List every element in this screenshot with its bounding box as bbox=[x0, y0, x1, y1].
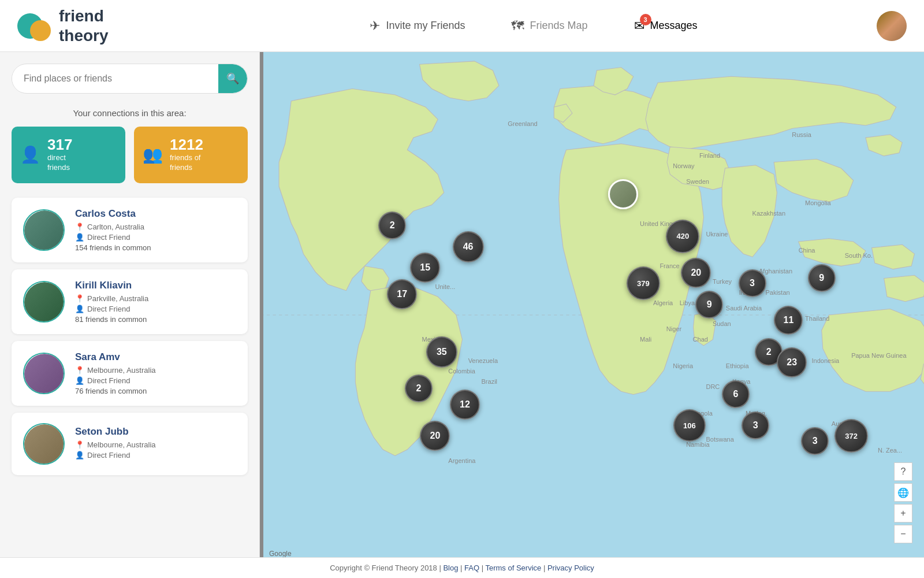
location-icon: 📍 bbox=[75, 440, 84, 449]
friend-location: 📍Melbourne, Australia bbox=[75, 366, 236, 375]
friend-card[interactable]: Seton Jubb 📍Melbourne, Australia 👤Direct… bbox=[12, 413, 248, 475]
map-cluster[interactable]: 420 bbox=[666, 220, 699, 253]
footer-terms-link[interactable]: Terms of Service bbox=[485, 564, 541, 572]
friend-avatar-img bbox=[24, 210, 65, 251]
friend-type: 👤Direct Friend bbox=[75, 233, 236, 242]
search-input[interactable] bbox=[12, 65, 218, 92]
friend-cards-list: Carlos Costa 📍Carlton, Australia 👤Direct… bbox=[12, 198, 248, 475]
sidebar: 🔍 Your connections in this area: 👤 317 d… bbox=[0, 52, 260, 578]
footer: Copyright © Friend Theory 2018 | Blog | … bbox=[0, 557, 924, 578]
friends-common: 76 friends in common bbox=[75, 387, 236, 395]
friend-avatar-img bbox=[24, 282, 65, 323]
fof-label: friends offriends bbox=[170, 153, 203, 173]
friend-type: 👤Direct Friend bbox=[75, 376, 236, 385]
friend-name: Sara Amv bbox=[75, 351, 236, 363]
invite-icon: ✈ bbox=[370, 18, 380, 34]
friend-name: Seton Jubb bbox=[75, 426, 236, 438]
messages-nav-item[interactable]: 3 ✉ Messages bbox=[634, 18, 698, 34]
direct-friends-number: 317 bbox=[47, 137, 72, 152]
map-cluster[interactable]: 6 bbox=[722, 380, 750, 408]
messages-nav-label: Messages bbox=[650, 20, 698, 32]
map-area: GreenlandFinlandSwedenNorwayRussiaUnited… bbox=[263, 52, 924, 578]
friend-card[interactable]: Kirill Kliavin 📍Parkville, Australia 👤Di… bbox=[12, 269, 248, 334]
map-cluster[interactable]: 35 bbox=[426, 336, 457, 368]
map-cluster[interactable]: 15 bbox=[410, 253, 440, 283]
friends-map-nav-label: Friends Map bbox=[530, 20, 587, 32]
friend-type: 👤Direct Friend bbox=[75, 451, 236, 460]
friend-avatar bbox=[23, 423, 65, 465]
friend-card[interactable]: Carlos Costa 📍Carlton, Australia 👤Direct… bbox=[12, 198, 248, 262]
fof-stat[interactable]: 👥 1212 friends offriends bbox=[134, 127, 248, 183]
friend-info: Sara Amv 📍Melbourne, Australia 👤Direct F… bbox=[75, 351, 236, 395]
header-right bbox=[877, 11, 907, 41]
map-cluster[interactable]: 106 bbox=[673, 409, 706, 442]
friend-location: 📍Parkville, Australia bbox=[75, 294, 236, 303]
map-profile-pin[interactable] bbox=[608, 179, 638, 209]
fof-number: 1212 bbox=[170, 137, 203, 152]
map-cluster[interactable]: 2 bbox=[405, 375, 433, 402]
friends-common: 81 friends in common bbox=[75, 315, 236, 324]
footer-blog-link[interactable]: Blog bbox=[443, 564, 458, 572]
friends-map-icon: 🗺 bbox=[511, 18, 524, 34]
map-cluster[interactable]: 2 bbox=[378, 212, 406, 239]
google-watermark: Google bbox=[269, 550, 292, 558]
logo-area: friend theory bbox=[17, 6, 191, 45]
friend-location: 📍Melbourne, Australia bbox=[75, 440, 236, 449]
friend-type-icon: 👤 bbox=[75, 233, 84, 242]
map-help-button[interactable]: ? bbox=[894, 462, 912, 481]
map-cluster[interactable]: 20 bbox=[420, 421, 450, 451]
main-nav: ✈ Invite my Friends 🗺 Friends Map 3 ✉ Me… bbox=[191, 18, 877, 34]
direct-friends-label: directfriends bbox=[47, 153, 72, 173]
invite-nav-label: Invite my Friends bbox=[386, 20, 465, 32]
map-cluster[interactable]: 17 bbox=[387, 279, 417, 309]
map-cluster[interactable]: 20 bbox=[681, 258, 711, 288]
location-icon: 📍 bbox=[75, 223, 84, 231]
map-cluster[interactable]: 12 bbox=[450, 390, 480, 420]
friends-map-nav-item[interactable]: 🗺 Friends Map bbox=[511, 18, 587, 34]
search-button[interactable]: 🔍 bbox=[218, 64, 247, 93]
map-cluster[interactable]: 3 bbox=[742, 412, 769, 439]
location-icon: 📍 bbox=[75, 366, 84, 375]
map-cluster[interactable]: 46 bbox=[453, 231, 484, 262]
location-icon: 📍 bbox=[75, 294, 84, 303]
logo-line1: friend bbox=[59, 6, 109, 26]
footer-faq-link[interactable]: FAQ bbox=[464, 564, 479, 572]
user-avatar-header[interactable] bbox=[877, 11, 907, 41]
world-map-svg bbox=[263, 52, 924, 578]
friend-info: Carlos Costa 📍Carlton, Australia 👤Direct… bbox=[75, 208, 236, 252]
fof-content: 1212 friends offriends bbox=[170, 137, 203, 173]
friend-name: Kirill Kliavin bbox=[75, 280, 236, 291]
friend-card[interactable]: Sara Amv 📍Melbourne, Australia 👤Direct F… bbox=[12, 341, 248, 406]
main-layout: 🔍 Your connections in this area: 👤 317 d… bbox=[0, 52, 924, 578]
map-cluster[interactable]: 379 bbox=[627, 266, 660, 300]
direct-friends-icon: 👤 bbox=[20, 145, 40, 164]
map-zoom-out-button[interactable]: − bbox=[894, 525, 912, 543]
footer-privacy-link[interactable]: Privacy Policy bbox=[547, 564, 594, 572]
map-globe-button[interactable]: 🌐 bbox=[894, 483, 912, 502]
map-cluster[interactable]: 3 bbox=[739, 269, 766, 297]
user-avatar-img bbox=[877, 11, 907, 41]
logo-text: friend theory bbox=[59, 6, 109, 45]
friend-avatar-img bbox=[24, 354, 65, 394]
friend-type-icon: 👤 bbox=[75, 305, 84, 313]
stats-row: 👤 317 directfriends 👥 1212 friends offri… bbox=[12, 127, 248, 183]
map-background: GreenlandFinlandSwedenNorwayRussiaUnited… bbox=[263, 52, 924, 578]
map-cluster[interactable]: 9 bbox=[808, 264, 836, 292]
map-cluster[interactable]: 3 bbox=[801, 427, 829, 455]
map-zoom-in-button[interactable]: + bbox=[894, 504, 912, 523]
footer-copyright: Copyright © Friend Theory 2018 | bbox=[330, 564, 441, 572]
map-cluster[interactable]: 23 bbox=[777, 347, 807, 377]
logo-circle-gold bbox=[30, 20, 51, 41]
map-cluster[interactable]: 11 bbox=[774, 306, 803, 335]
invite-nav-item[interactable]: ✈ Invite my Friends bbox=[370, 18, 465, 34]
friend-type-icon: 👤 bbox=[75, 451, 84, 460]
header: friend theory ✈ Invite my Friends 🗺 Frie… bbox=[0, 0, 924, 52]
search-box: 🔍 bbox=[12, 64, 248, 94]
map-cluster[interactable]: 9 bbox=[695, 291, 723, 318]
map-cluster[interactable]: 372 bbox=[834, 419, 868, 453]
logo-icon bbox=[17, 9, 52, 43]
friend-avatar bbox=[23, 209, 65, 251]
fof-icon: 👥 bbox=[143, 145, 163, 164]
direct-friends-stat[interactable]: 👤 317 directfriends bbox=[12, 127, 125, 183]
messages-badge: 3 bbox=[640, 14, 651, 25]
